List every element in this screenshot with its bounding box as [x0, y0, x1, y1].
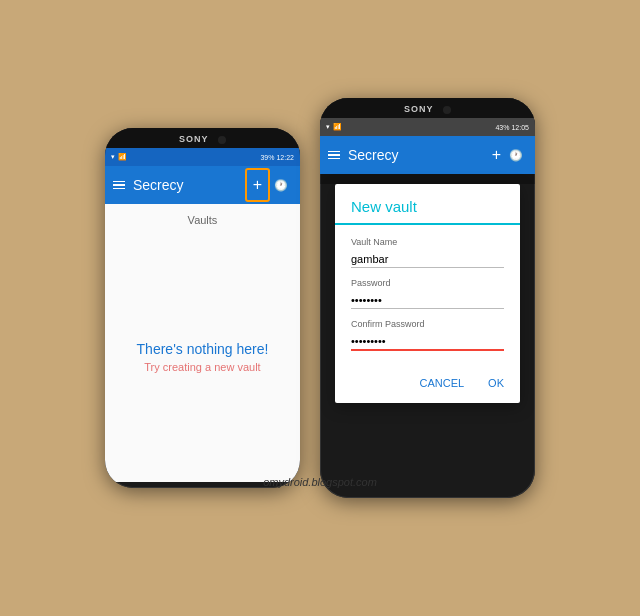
wifi-icon-right: ▾ — [326, 123, 330, 131]
password-label: Password — [351, 278, 504, 288]
dialog-actions: Cancel OK — [335, 369, 520, 403]
brand-label-right: SONY — [404, 104, 433, 114]
right-phone: SONY ▾ 📶 43% 12:05 Secrecy + 🕐 — [320, 98, 535, 498]
left-phone: SONY ▾ 📶 39% 12:22 Secrecy + 🕐 — [105, 128, 300, 488]
signal-icon: 📶 — [118, 153, 127, 161]
app-title-right: Secrecy — [348, 147, 488, 163]
screen-left: Vaults There's nothing here! Try creatin… — [105, 204, 300, 482]
history-button-right[interactable]: 🕐 — [505, 145, 527, 166]
add-btn-highlight: + — [245, 168, 270, 202]
app-title-left: Secrecy — [133, 177, 245, 193]
empty-content: There's nothing here! Try creating a new… — [117, 232, 289, 482]
watermark: omydroid.blogspot.com — [263, 476, 377, 488]
time-right: 12:05 — [511, 124, 529, 131]
dialog-title: New vault — [335, 184, 520, 225]
wifi-icon: ▾ — [111, 153, 115, 161]
app-bar-left: Secrecy + 🕐 — [105, 166, 300, 204]
status-info-left: 39% 12:22 — [260, 154, 294, 161]
dialog-body: Vault Name Password Confirm Password — [335, 233, 520, 369]
confirm-password-label: Confirm Password — [351, 319, 504, 329]
status-bar-left: ▾ 📶 39% 12:22 — [105, 148, 300, 166]
phone-brand-right: SONY — [320, 98, 535, 118]
time-left: 12:22 — [276, 154, 294, 161]
password-input[interactable] — [351, 292, 504, 309]
confirm-password-input[interactable] — [351, 333, 504, 351]
status-info-right: 43% 12:05 — [495, 124, 529, 131]
status-icons-left: ▾ 📶 — [111, 153, 127, 161]
vault-name-label: Vault Name — [351, 237, 504, 247]
camera-right — [443, 106, 451, 114]
camera-left — [218, 136, 226, 144]
ok-button[interactable]: OK — [484, 373, 508, 393]
signal-icon-right: 📶 — [333, 123, 342, 131]
empty-subtitle: Try creating a new vault — [144, 361, 260, 373]
battery-left: 39% — [260, 154, 274, 161]
history-button-left[interactable]: 🕐 — [270, 175, 292, 196]
battery-right: 43% — [495, 124, 509, 131]
empty-title: There's nothing here! — [137, 341, 269, 357]
hamburger-menu-right[interactable] — [328, 151, 340, 160]
cancel-button[interactable]: Cancel — [415, 373, 468, 393]
status-bar-right: ▾ 📶 43% 12:05 — [320, 118, 535, 136]
vaults-section-label: Vaults — [188, 204, 218, 232]
vault-name-input[interactable] — [351, 251, 504, 268]
add-button-right[interactable]: + — [488, 142, 505, 168]
add-button-left[interactable]: + — [249, 172, 266, 198]
hamburger-menu-left[interactable] — [113, 181, 125, 190]
phone-brand-left: SONY — [105, 128, 300, 148]
dialog-overlay: New vault Vault Name Password Confirm Pa… — [320, 174, 535, 184]
brand-label: SONY — [179, 134, 208, 144]
new-vault-dialog: New vault Vault Name Password Confirm Pa… — [335, 184, 520, 403]
app-bar-right: Secrecy + 🕐 — [320, 136, 535, 174]
status-icons-right: ▾ 📶 — [326, 123, 342, 131]
